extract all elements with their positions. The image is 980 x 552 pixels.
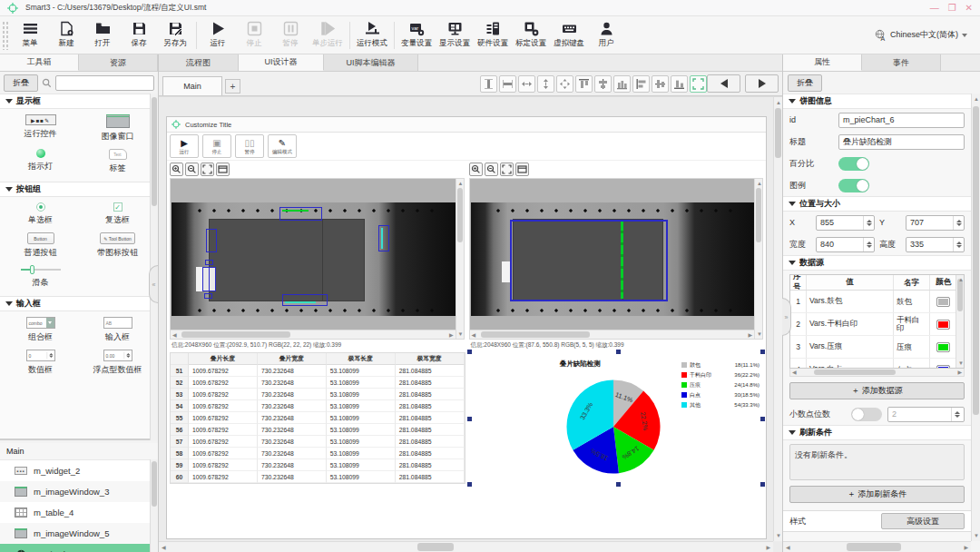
section-geometry[interactable]: 位置与大小 (783, 196, 971, 212)
custom-widget-titlebar[interactable]: Customize Title (167, 117, 766, 133)
toolbox-item-combobox[interactable]: combo组合框 (2, 317, 79, 343)
close-button[interactable]: ✕ (965, 4, 973, 13)
datasource-row[interactable]: 2Vars.干料白印干料白印 (790, 313, 964, 336)
zoom-out-button[interactable] (485, 163, 498, 176)
tree-scrollbar[interactable] (150, 459, 158, 552)
open-button[interactable]: 打开 (84, 18, 121, 53)
selection-handle[interactable] (760, 417, 765, 421)
selection-handle[interactable] (467, 350, 472, 354)
center-horizontal-icon[interactable] (594, 75, 612, 93)
tree-item-m_table_4[interactable]: m_table_4 (0, 502, 150, 523)
selection-handle[interactable] (467, 482, 472, 487)
table-row[interactable]: 571009.678292730.23264853.108099281.0848… (171, 436, 465, 448)
panel-toggle-button[interactable] (216, 163, 230, 176)
section-button-group[interactable]: 按钮组 (0, 182, 158, 197)
step-run-button[interactable]: 单步运行 (309, 18, 347, 53)
x-input[interactable]: 855 (816, 215, 875, 231)
var-settings-button[interactable]: var 变量设置 (397, 18, 436, 53)
tab-properties[interactable]: 属性 (783, 54, 862, 71)
canvas-hscrollbar[interactable]: ◀▶ (159, 541, 773, 552)
toolbox-item-float-spinbox[interactable]: 0.00浮点型数值框 (79, 350, 156, 376)
save-as-button[interactable]: 另存为 (157, 18, 193, 53)
table-row[interactable]: 511009.678292730.23264853.108099281.0848… (171, 365, 465, 377)
section-datasource[interactable]: 数据源 (783, 255, 971, 271)
tab-resources[interactable]: 资源 (79, 54, 158, 71)
id-input[interactable]: m_pieChart_6 (838, 113, 965, 128)
center-vertical-icon[interactable] (652, 75, 669, 93)
tab-flow-diagram[interactable]: 流程图 (159, 54, 239, 71)
widget-run-button[interactable]: ▶运行 (170, 134, 199, 158)
tab-ui-script-editor[interactable]: UI脚本编辑器 (324, 54, 418, 71)
fit-selection-icon[interactable] (690, 75, 707, 93)
restore-button[interactable]: ❐ (948, 4, 956, 13)
widget-edit-mode-button[interactable]: ✎编辑模式 (268, 134, 297, 158)
align-left-icon[interactable] (632, 75, 650, 93)
tree-item-m_widget_2[interactable]: ▪▪▪ m_widget_2 (0, 460, 150, 481)
toolbox-search-input[interactable] (55, 75, 154, 91)
new-button[interactable]: 新建 (48, 18, 84, 53)
tab-ui-designer[interactable]: UI设计器 (239, 54, 324, 71)
decimal-places-toggle[interactable] (851, 408, 882, 421)
datasource-vscrollbar[interactable]: ▲▼ (956, 275, 964, 368)
stretch-height-icon[interactable] (537, 75, 554, 93)
align-top-icon[interactable] (575, 75, 593, 93)
toolbox-item-run-control[interactable]: ▶■■✎运行控件 (2, 114, 79, 143)
toolbox-item-indicator-lamp[interactable]: 指示灯 (2, 149, 79, 174)
section-pie-info[interactable]: 饼图信息 (783, 94, 971, 109)
properties-hscrollbar[interactable]: ◀▶ (783, 541, 971, 552)
align-bottom-icon[interactable] (671, 75, 688, 93)
image-window-left[interactable]: ▲▼ ◀▶ 信息:2048X960 位置:(2092.9, 510.7) RGB… (170, 163, 465, 350)
section-input-boxes[interactable]: 输入框 (0, 296, 158, 311)
left-panel-collapse-handle[interactable]: « (149, 265, 158, 303)
widget-pause-button[interactable]: ▯▯暂停 (235, 134, 264, 158)
virtual-keyboard-button[interactable]: 虚拟键盘 (550, 18, 588, 53)
toolbox-item-textbox[interactable]: AB输入框 (79, 317, 156, 343)
widget-stop-button[interactable]: ▣停止 (202, 134, 231, 158)
distribute-columns-icon[interactable] (613, 75, 631, 93)
toolbox-collapse-button[interactable]: 折叠 (4, 74, 38, 92)
color-swatch[interactable] (936, 297, 950, 307)
selection-handle[interactable] (616, 482, 621, 487)
toolbox-item-image-window[interactable]: 图像窗口 (79, 114, 156, 143)
toolbox-item-push-button[interactable]: Button普通按钮 (2, 232, 79, 259)
canvas-vscrollbar[interactable]: ▲▼ (773, 97, 782, 541)
datasource-row[interactable]: 4Vars.白点白点 (790, 359, 964, 369)
table-row[interactable]: 521009.678292730.23264853.108099281.0848… (171, 377, 465, 389)
run-button[interactable]: 运行 (200, 18, 236, 53)
calibration-settings-button[interactable]: 标定设置 (512, 18, 550, 53)
tree-item-m_imageWindow_5[interactable]: m_imageWindow_5 (0, 523, 150, 544)
nav-forward-button[interactable] (745, 74, 779, 93)
stop-button[interactable]: 停止 (236, 18, 272, 53)
table-row[interactable]: 591009.678292730.23264853.108099281.0848… (171, 459, 465, 471)
section-refresh-condition[interactable]: 刷新条件 (783, 425, 971, 440)
add-page-button[interactable]: + (225, 79, 240, 94)
image-vscrollbar[interactable]: ▲▼ (754, 179, 762, 339)
height-input[interactable]: 335 (906, 237, 965, 252)
color-swatch[interactable] (936, 320, 950, 330)
minimize-button[interactable]: — (930, 4, 939, 13)
image-hscrollbar[interactable]: ◀▶ (171, 330, 456, 339)
min-height-icon[interactable] (499, 75, 516, 93)
table-row[interactable]: 541009.678292730.23264853.108099281.0848… (171, 400, 465, 412)
toolbox-item-tool-button[interactable]: ✎ Tool Button带图标按钮 (79, 232, 156, 259)
hardware-settings-button[interactable]: 硬件设置 (474, 18, 512, 53)
tab-toolbox[interactable]: 工具箱 (0, 54, 79, 71)
add-datasource-button[interactable]: ＋ 添加数据源 (789, 382, 965, 399)
datasource-row[interactable]: 3Vars.压痕压痕 (790, 336, 964, 359)
pie-chart-widget[interactable]: 叠片缺陷检测 11.1%22.2%14.8%18.5%33.3% 鼓包18(11… (470, 352, 764, 484)
selection-handle[interactable] (760, 350, 765, 354)
zoom-fit-button[interactable] (201, 163, 214, 176)
stretch-width-icon[interactable] (518, 75, 535, 93)
toolbar-grip[interactable] (2, 21, 10, 50)
table-row[interactable]: 551009.678292730.23264853.108099281.0848… (171, 412, 465, 424)
user-button[interactable]: 用户 (588, 18, 624, 53)
pause-button[interactable]: 暂停 (272, 18, 309, 53)
image-vscrollbar[interactable]: ▲▼ (456, 179, 464, 339)
properties-collapse-button[interactable]: 折叠 (788, 74, 822, 92)
image-hscrollbar[interactable]: ◀▶ (470, 330, 755, 339)
toolbox-item-spinbox[interactable]: 0数值框 (2, 350, 79, 376)
legend-toggle[interactable] (838, 179, 869, 192)
datasource-hscrollbar[interactable]: ◀▶ (789, 369, 965, 377)
run-mode-button[interactable]: 运行模式 (353, 18, 391, 53)
decimal-places-input[interactable]: 2 (887, 407, 965, 422)
